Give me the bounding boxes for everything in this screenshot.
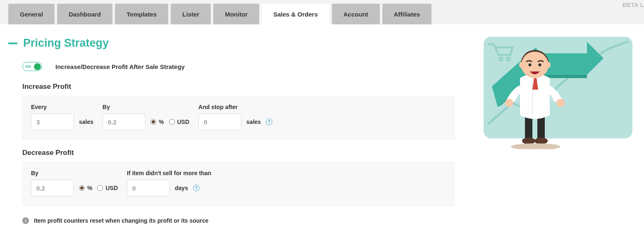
svg-point-10 xyxy=(505,99,513,107)
strategy-toggle[interactable]: ON xyxy=(22,62,42,71)
section-title: Pricing Strategy xyxy=(23,37,109,50)
usd-label-2: USD xyxy=(105,185,118,191)
decrease-by-input[interactable] xyxy=(31,180,74,196)
increase-every-input[interactable] xyxy=(31,114,74,130)
decrease-unit-usd-radio[interactable]: USD xyxy=(97,185,118,191)
decrease-if-label: If item didn't sell for more than xyxy=(127,170,211,176)
section-accent xyxy=(8,43,17,44)
illustration xyxy=(484,37,632,224)
tab-monitor[interactable]: Monitor xyxy=(213,4,259,24)
svg-point-8 xyxy=(534,138,548,144)
tab-general[interactable]: General xyxy=(8,4,55,24)
svg-point-7 xyxy=(522,138,535,144)
increase-stop-input[interactable] xyxy=(198,114,241,130)
toggle-knob xyxy=(34,63,41,70)
note-text: Item profit counters reset when changing… xyxy=(34,217,208,224)
increase-every-unit: sales xyxy=(79,119,93,125)
tab-account[interactable]: Account xyxy=(332,4,380,24)
beta-label: BETA L xyxy=(623,2,644,8)
increase-unit-usd-radio[interactable]: USD xyxy=(169,119,190,125)
svg-point-13 xyxy=(529,64,532,67)
tab-sales-orders[interactable]: Sales & Orders xyxy=(262,4,329,24)
increase-panel: Every sales By % USD And stop after xyxy=(22,96,455,140)
help-icon[interactable]: ? xyxy=(266,119,272,125)
percent-label: % xyxy=(159,119,164,125)
svg-point-11 xyxy=(556,99,565,107)
info-icon: i xyxy=(22,217,29,224)
increase-stop-label: And stop after xyxy=(198,104,272,110)
increase-by-input[interactable] xyxy=(103,114,145,130)
svg-point-14 xyxy=(539,64,541,67)
decrease-days-input[interactable] xyxy=(127,180,170,196)
tab-templates[interactable]: Templates xyxy=(115,4,168,24)
decrease-unit-percent-radio[interactable]: % xyxy=(79,185,92,191)
tab-dashboard[interactable]: Dashboard xyxy=(57,4,112,24)
decrease-heading: Decrease Profit xyxy=(22,149,455,157)
increase-by-label: By xyxy=(103,104,189,110)
increase-unit-percent-radio[interactable]: % xyxy=(150,119,164,125)
increase-stop-unit: sales xyxy=(246,119,261,125)
increase-every-label: Every xyxy=(31,104,93,110)
percent-label-2: % xyxy=(87,185,92,191)
help-icon[interactable]: ? xyxy=(193,185,200,191)
note-row: i Item profit counters reset when changi… xyxy=(22,215,455,224)
tab-bar: General Dashboard Templates Lister Monit… xyxy=(0,0,644,24)
toggle-on-label: ON xyxy=(25,64,31,69)
tab-lister[interactable]: Lister xyxy=(171,4,211,24)
increase-heading: Increase Profit xyxy=(22,83,455,91)
tab-affiliates[interactable]: Affiliates xyxy=(382,4,432,24)
strategy-name: Increase/Decrease Profit After Sale Stra… xyxy=(55,63,185,70)
svg-point-15 xyxy=(511,143,561,149)
usd-label: USD xyxy=(177,119,190,125)
decrease-by-label: By xyxy=(31,170,118,176)
decrease-days-unit: days xyxy=(175,185,188,191)
decrease-panel: By % USD If item didn't sell for more th… xyxy=(22,162,455,206)
